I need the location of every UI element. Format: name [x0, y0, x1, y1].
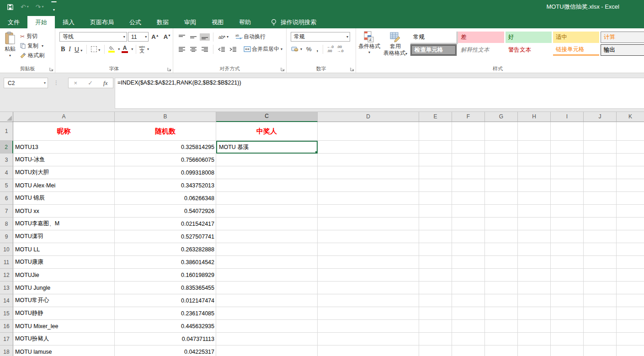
cell-K14[interactable] — [617, 294, 644, 307]
cell-C5[interactable] — [216, 179, 318, 192]
cell-style-解释性文本[interactable]: 解释性文本 — [458, 44, 504, 56]
cell-G3[interactable] — [485, 154, 518, 166]
accounting-format-button[interactable]: ▾ — [290, 45, 303, 53]
row-header-14[interactable]: 14 — [0, 294, 13, 307]
cell-B6[interactable]: 0.06266348 — [115, 192, 216, 205]
align-right-button[interactable] — [200, 46, 210, 53]
decrease-font-size-button[interactable]: A▼ — [162, 33, 173, 40]
cell-A15[interactable]: MOTU静静 — [13, 307, 115, 320]
column-header-B[interactable]: B — [115, 112, 216, 122]
cell-C15[interactable] — [216, 307, 318, 320]
cell-G8[interactable] — [485, 218, 518, 230]
cell-J1[interactable] — [584, 122, 617, 141]
cell-K12[interactable] — [617, 269, 644, 282]
cell-A5[interactable]: MOTU Alex·Mei — [13, 179, 115, 192]
cell-E13[interactable] — [419, 282, 452, 294]
cell-G7[interactable] — [485, 205, 518, 218]
format-as-table-button[interactable]: 套用 表格格式▾ — [383, 31, 408, 57]
column-header-A[interactable]: A — [13, 112, 115, 122]
cell-H5[interactable] — [518, 179, 551, 192]
cell-B18[interactable]: 0.04225317 — [115, 345, 216, 356]
cell-J6[interactable] — [584, 192, 617, 205]
cell-G12[interactable] — [485, 269, 518, 282]
cell-H16[interactable] — [518, 320, 551, 333]
cell-D3[interactable] — [318, 154, 419, 166]
tab-审阅[interactable]: 审阅 — [176, 16, 204, 28]
cell-style-计算[interactable]: 计算 — [601, 32, 644, 43]
cell-C7[interactable] — [216, 205, 318, 218]
cell-J18[interactable] — [584, 345, 617, 356]
cell-J11[interactable] — [584, 256, 617, 269]
cell-E15[interactable] — [419, 307, 452, 320]
row-header-15[interactable]: 15 — [0, 307, 13, 320]
cell-C13[interactable] — [216, 282, 318, 294]
cell-G17[interactable] — [485, 333, 518, 345]
font-color-button[interactable]: A — [121, 45, 129, 53]
cell-F3[interactable] — [452, 154, 485, 166]
cell-I4[interactable] — [551, 166, 584, 179]
cell-B7[interactable]: 0.54072926 — [115, 205, 216, 218]
cell-I12[interactable] — [551, 269, 584, 282]
undo-button[interactable]: ↶▾ — [21, 4, 29, 10]
cell-H12[interactable] — [518, 269, 551, 282]
cell-I11[interactable] — [551, 256, 584, 269]
cell-D12[interactable] — [318, 269, 419, 282]
cell-B15[interactable]: 0.236174085 — [115, 307, 216, 320]
row-header-18[interactable]: 18 — [0, 345, 13, 356]
cell-I15[interactable] — [551, 307, 584, 320]
font-dialog-launcher[interactable] — [167, 67, 172, 72]
row-header-16[interactable]: 16 — [0, 320, 13, 333]
cell-F1[interactable] — [452, 122, 485, 141]
enter-button[interactable]: ✓ — [88, 80, 93, 86]
redo-button[interactable]: ↷▾ — [36, 4, 44, 10]
cell-C1[interactable]: 中奖人 — [216, 122, 318, 141]
cell-A13[interactable]: MOTU Jungle — [13, 282, 115, 294]
cell-C4[interactable] — [216, 166, 318, 179]
cell-B11[interactable]: 0.386014542 — [115, 256, 216, 269]
cell-A14[interactable]: MOTU常开心 — [13, 294, 115, 307]
format-painter-button[interactable]: 格式刷 — [20, 52, 44, 59]
cell-K17[interactable] — [617, 333, 644, 345]
cell-K2[interactable] — [617, 141, 644, 154]
cell-B8[interactable]: 0.021542417 — [115, 218, 216, 230]
cell-B5[interactable]: 0.343752013 — [115, 179, 216, 192]
row-header-11[interactable]: 11 — [0, 256, 13, 269]
cell-G10[interactable] — [485, 243, 518, 256]
cell-A6[interactable]: MOTU 锦辰 — [13, 192, 115, 205]
cell-C2[interactable]: MOTU 慕溪 — [216, 141, 318, 154]
cell-F4[interactable] — [452, 166, 485, 179]
cell-K18[interactable] — [617, 345, 644, 356]
row-header-3[interactable]: 3 — [0, 154, 13, 166]
cell-J3[interactable] — [584, 154, 617, 166]
cell-D8[interactable] — [318, 218, 419, 230]
cell-C14[interactable] — [216, 294, 318, 307]
cell-A7[interactable]: MOTU xx — [13, 205, 115, 218]
align-center-button[interactable] — [188, 46, 198, 53]
decrease-decimal-button[interactable]: .00→.0 — [335, 45, 345, 53]
cell-E14[interactable] — [419, 294, 452, 307]
cell-D16[interactable] — [318, 320, 419, 333]
cell-E12[interactable] — [419, 269, 452, 282]
cell-D2[interactable] — [318, 141, 419, 154]
phonetic-guide-button[interactable]: wén文 — [139, 45, 145, 53]
font-name-combo[interactable]: 等线▾ — [59, 32, 127, 42]
cell-H15[interactable] — [518, 307, 551, 320]
cell-K16[interactable] — [617, 320, 644, 333]
cell-K10[interactable] — [617, 243, 644, 256]
cell-J9[interactable] — [584, 230, 617, 243]
cell-H14[interactable] — [518, 294, 551, 307]
tell-me-search[interactable]: 操作说明搜索 — [271, 16, 316, 28]
cell-I1[interactable] — [551, 122, 584, 141]
cell-D1[interactable] — [318, 122, 419, 141]
cell-D13[interactable] — [318, 282, 419, 294]
cell-G5[interactable] — [485, 179, 518, 192]
cell-D6[interactable] — [318, 192, 419, 205]
comma-style-button[interactable]: , — [314, 46, 321, 53]
row-header-4[interactable]: 4 — [0, 166, 13, 179]
cell-E9[interactable] — [419, 230, 452, 243]
cell-H9[interactable] — [518, 230, 551, 243]
cell-D14[interactable] — [318, 294, 419, 307]
cell-C8[interactable] — [216, 218, 318, 230]
cell-C9[interactable] — [216, 230, 318, 243]
cell-F14[interactable] — [452, 294, 485, 307]
